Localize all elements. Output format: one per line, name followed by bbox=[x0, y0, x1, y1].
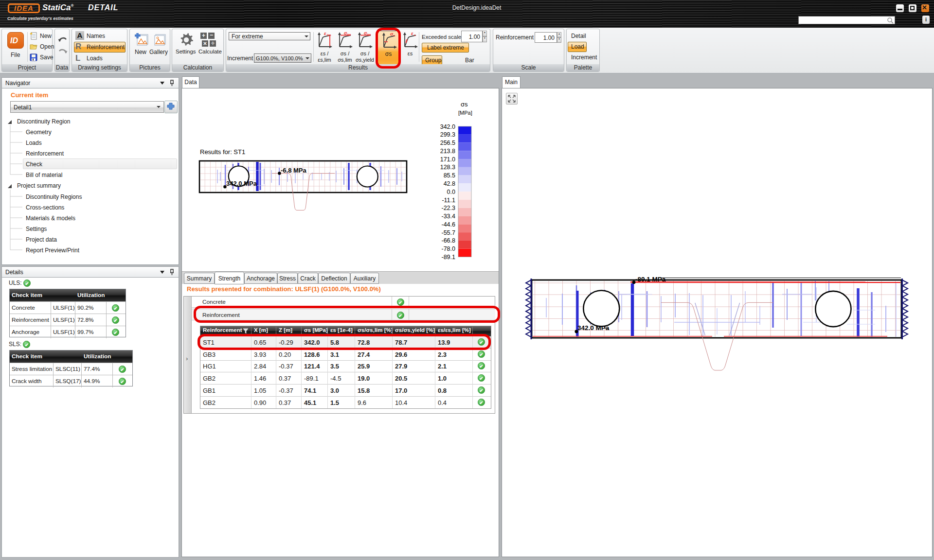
svg-text:0.0: 0.0 bbox=[447, 189, 455, 195]
svg-text:-33.4: -33.4 bbox=[442, 213, 456, 220]
svg-text:42.8: 42.8 bbox=[444, 180, 455, 187]
svg-text:σs: σs bbox=[461, 101, 468, 108]
svg-text:-55.7: -55.7 bbox=[442, 229, 456, 236]
svg-text:Results for: ST1: Results for: ST1 bbox=[200, 148, 245, 156]
svg-text:-78.0: -78.0 bbox=[442, 245, 456, 252]
svg-text:342.0: 342.0 bbox=[440, 123, 455, 130]
svg-text:-11.1: -11.1 bbox=[442, 197, 455, 204]
svg-text:ε: ε bbox=[324, 31, 326, 36]
svg-text:lim: lim bbox=[367, 33, 371, 36]
svg-text:-66.8: -66.8 bbox=[442, 237, 456, 244]
svg-text:213.8: 213.8 bbox=[440, 148, 455, 155]
svg-text:85.5: 85.5 bbox=[444, 172, 455, 179]
svg-text:-89.1 MPa: -89.1 MPa bbox=[635, 276, 666, 283]
svg-text:299.3: 299.3 bbox=[440, 131, 455, 138]
svg-text:-6.8 MPa: -6.8 MPa bbox=[281, 167, 307, 174]
svg-text:-22.3: -22.3 bbox=[442, 205, 456, 211]
svg-text:128.3: 128.3 bbox=[440, 164, 455, 171]
svg-text:171.0: 171.0 bbox=[440, 156, 455, 163]
svg-text:lim: lim bbox=[327, 34, 331, 36]
svg-text:-89.1: -89.1 bbox=[442, 254, 456, 261]
svg-text:ε: ε bbox=[411, 31, 413, 36]
svg-text:-44.6: -44.6 bbox=[442, 221, 456, 228]
svg-text:lim: lim bbox=[347, 33, 351, 36]
svg-text:256.5: 256.5 bbox=[440, 140, 455, 146]
svg-text:342.0 MPa: 342.0 MPa bbox=[226, 180, 257, 187]
svg-text:[MPa]: [MPa] bbox=[458, 110, 472, 116]
